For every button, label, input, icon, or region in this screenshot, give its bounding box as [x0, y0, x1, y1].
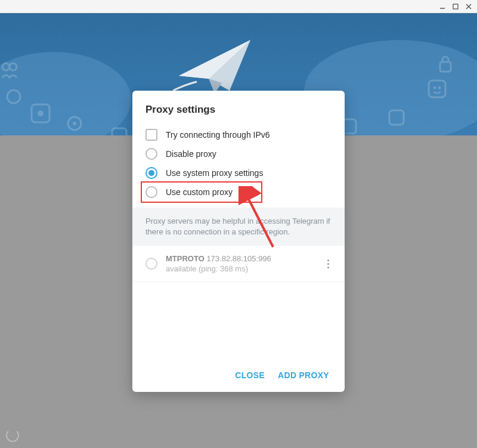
window-titlebar	[0, 0, 477, 13]
svg-rect-14	[389, 110, 404, 125]
option-ipv6[interactable]: Try connecting through IPv6	[132, 125, 345, 144]
proxy-info: MTPROTO 173.82.88.105:996 available (pin…	[166, 254, 317, 273]
decorative-icon	[110, 126, 128, 135]
svg-rect-9	[112, 128, 126, 135]
paper-plane-icon	[173, 34, 256, 100]
maximize-icon[interactable]	[452, 3, 459, 10]
decorative-lock-icon	[438, 55, 453, 73]
svg-point-12	[438, 86, 441, 89]
option-custom-proxy[interactable]: Use custom proxy	[132, 183, 345, 202]
decorative-icon	[66, 115, 83, 132]
option-label: Use custom proxy	[166, 187, 233, 197]
kebab-menu-icon[interactable]	[325, 257, 332, 271]
dialog-actions: CLOSE ADD PROXY	[132, 360, 345, 392]
option-label: Use system proxy settings	[166, 168, 263, 178]
decorative-icon	[427, 79, 447, 99]
proxy-settings-dialog: Proxy settings Try connecting through IP…	[132, 91, 345, 392]
dialog-title: Proxy settings	[132, 91, 345, 125]
close-icon[interactable]	[465, 3, 472, 10]
svg-rect-13	[440, 62, 451, 72]
option-label: Disable proxy	[166, 149, 216, 159]
option-system-proxy[interactable]: Use system proxy settings	[132, 163, 345, 183]
hint-text: Proxy servers may be helpful in accessin…	[132, 208, 345, 246]
svg-point-6	[7, 90, 20, 103]
radio-icon[interactable]	[145, 167, 157, 179]
svg-point-5	[38, 110, 44, 116]
decorative-icon	[388, 109, 405, 126]
spacer	[132, 282, 345, 360]
decorative-icon	[0, 61, 19, 82]
svg-rect-1	[453, 4, 458, 9]
radio-icon[interactable]	[145, 148, 157, 160]
add-proxy-button[interactable]: ADD PROXY	[278, 370, 329, 380]
close-button[interactable]: CLOSE	[235, 370, 265, 380]
svg-rect-10	[429, 81, 445, 97]
minimize-icon[interactable]	[439, 3, 446, 10]
checkbox-icon[interactable]	[145, 129, 157, 141]
loading-spinner-icon	[6, 429, 19, 442]
svg-point-8	[73, 122, 76, 125]
proxy-address: MTPROTO 173.82.88.105:996	[166, 254, 317, 263]
option-label: Try connecting through IPv6	[166, 130, 270, 140]
decorative-icon	[30, 103, 51, 124]
svg-point-11	[433, 86, 436, 89]
svg-point-16	[2, 63, 10, 70]
radio-icon[interactable]	[145, 186, 157, 198]
proxy-entry[interactable]: MTPROTO 173.82.88.105:996 available (pin…	[132, 246, 345, 282]
decorative-icon	[5, 88, 23, 106]
option-disable-proxy[interactable]: Disable proxy	[132, 144, 345, 163]
radio-icon[interactable]	[145, 258, 157, 270]
proxy-status: available (ping: 368 ms)	[166, 264, 317, 273]
svg-point-17	[10, 63, 17, 70]
